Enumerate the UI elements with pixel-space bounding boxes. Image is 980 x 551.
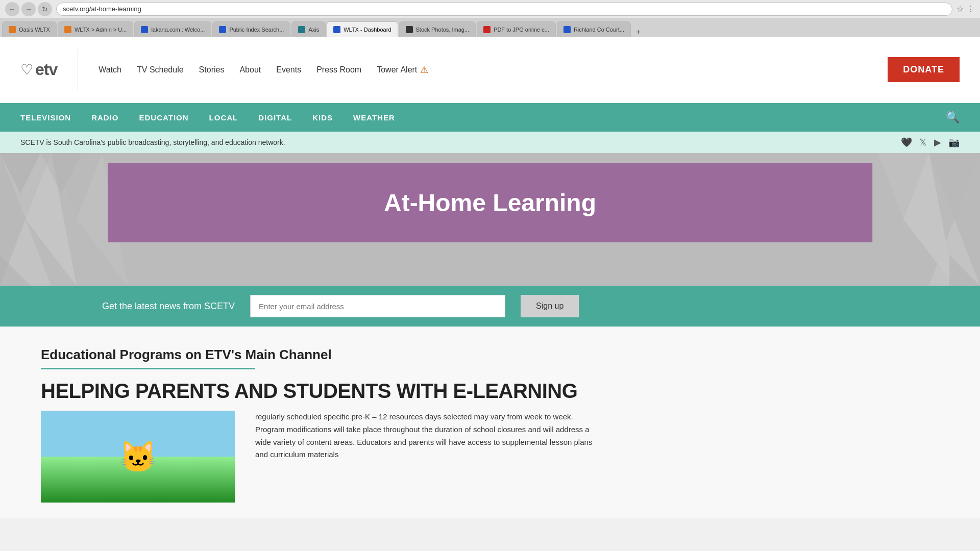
section-title: Educational Programs on ETV's Main Chann…: [41, 347, 939, 363]
tab-label: WLTX - Dashboard: [344, 27, 391, 33]
back-button[interactable]: ←: [5, 2, 19, 16]
tabs-bar: Oasis WLTX WLTX > Admin > U... lakana.co…: [0, 18, 980, 37]
tab-axis[interactable]: Axis: [291, 21, 326, 37]
secondary-nav: TELEVISION RADIO EDUCATION LOCAL DIGITAL…: [0, 103, 980, 132]
hero-section: At-Home Learning: [0, 153, 980, 286]
tab-oasis[interactable]: Oasis WLTX: [2, 21, 57, 37]
info-bar-text: SCETV is South Carolina's public broadca…: [20, 138, 901, 146]
nav-watch[interactable]: Watch: [99, 65, 121, 74]
info-bar: SCETV is South Carolina's public broadca…: [0, 132, 980, 153]
search-icon[interactable]: 🔍: [946, 111, 960, 124]
logo-heart-icon: ♡: [20, 61, 33, 78]
top-nav: ♡ etv Watch TV Schedule Stories About Ev…: [0, 37, 980, 103]
tab-favicon: [64, 26, 71, 33]
instagram-icon[interactable]: 📷: [948, 137, 960, 148]
tab-pdf-jpg[interactable]: PDF to JPG online c...: [477, 21, 556, 37]
tab-label: lakana.com : Welco...: [151, 27, 205, 33]
newsletter-section: Get the latest news from SCETV Sign up: [0, 286, 980, 327]
nav-education[interactable]: EDUCATION: [139, 113, 189, 122]
tab-label: Richland Co Court...: [574, 27, 624, 33]
signup-button[interactable]: Sign up: [521, 295, 579, 317]
nav-stories[interactable]: Stories: [199, 65, 225, 74]
menu-icon[interactable]: ⋮: [967, 4, 975, 14]
nav-about[interactable]: About: [239, 65, 261, 74]
newsletter-label: Get the latest news from SCETV: [102, 301, 235, 312]
tab-favicon: [564, 26, 571, 33]
tower-alert-text: Tower Alert: [377, 65, 417, 74]
donate-button[interactable]: DONATE: [888, 57, 960, 82]
tab-stock-photos[interactable]: Stock Photos, Imag...: [399, 21, 476, 37]
tab-label: Axis: [308, 27, 319, 33]
tab-richland[interactable]: Richland Co Court...: [557, 21, 631, 37]
tab-favicon: [483, 26, 491, 33]
address-text: scetv.org/at-home-learning: [63, 5, 141, 13]
logo-text[interactable]: etv: [35, 60, 57, 79]
tab-label: Stock Photos, Imag...: [416, 27, 470, 33]
address-bar[interactable]: scetv.org/at-home-learning: [56, 3, 952, 16]
tab-favicon: [298, 26, 305, 33]
tab-label: Oasis WLTX: [19, 27, 50, 33]
content-headline: HELPING PARENTS AND STUDENTS WITH E-LEAR…: [41, 380, 939, 403]
twitter-icon[interactable]: 𝕏: [919, 137, 927, 148]
bookmark-icon[interactable]: ☆: [957, 4, 964, 14]
content-body-row: 🐱 regularly scheduled specific pre-K – 1…: [41, 411, 939, 503]
section-divider: [41, 368, 255, 369]
nav-weather[interactable]: WEATHER: [353, 113, 395, 122]
content-image: 🐱: [41, 411, 235, 503]
youtube-icon[interactable]: ▶: [934, 137, 941, 148]
browser-bar: ← → ↻ scetv.org/at-home-learning ☆ ⋮: [0, 0, 980, 18]
nav-kids[interactable]: KIDS: [312, 113, 333, 122]
nav-television[interactable]: TELEVISION: [20, 113, 71, 122]
tab-favicon: [219, 26, 226, 33]
tab-favicon: [9, 26, 16, 33]
content-image-placeholder: 🐱: [41, 411, 235, 503]
content-text-right: regularly scheduled specific pre-K – 12 …: [255, 411, 602, 461]
nav-tv-schedule[interactable]: TV Schedule: [137, 65, 184, 74]
tab-label: PDF to JPG online c...: [494, 27, 549, 33]
logo-area: ♡ etv: [20, 49, 78, 90]
tab-wltx-dashboard[interactable]: WLTX - Dashboard: [327, 21, 398, 37]
social-icons: 🖤 𝕏 ▶ 📷: [901, 137, 960, 148]
alert-warning-icon: ⚠: [420, 64, 428, 76]
tab-favicon: [141, 26, 148, 33]
browser-action-buttons: ☆ ⋮: [957, 4, 975, 14]
facebook-icon[interactable]: 🖤: [901, 137, 912, 148]
tab-lakana[interactable]: lakana.com : Welco...: [134, 21, 211, 37]
nav-local[interactable]: LOCAL: [209, 113, 238, 122]
browser-nav-buttons: ← → ↻: [5, 2, 52, 16]
tower-alert-link[interactable]: Tower Alert ⚠: [377, 64, 428, 76]
reload-button[interactable]: ↻: [38, 2, 52, 16]
tab-label: WLTX > Admin > U...: [75, 27, 127, 33]
tab-favicon: [333, 26, 340, 33]
tab-favicon: [406, 26, 413, 33]
tab-wltx-admin[interactable]: WLTX > Admin > U...: [58, 21, 134, 37]
nav-events[interactable]: Events: [276, 65, 301, 74]
email-input[interactable]: [250, 295, 505, 317]
forward-button[interactable]: →: [21, 2, 36, 16]
nav-digital[interactable]: DIGITAL: [258, 113, 292, 122]
content-area: Educational Programs on ETV's Main Chann…: [0, 327, 980, 518]
website-content: ♡ etv Watch TV Schedule Stories About Ev…: [0, 37, 980, 518]
nav-radio[interactable]: RADIO: [91, 113, 118, 122]
nav-press-room[interactable]: Press Room: [316, 65, 361, 74]
main-nav: Watch TV Schedule Stories About Events P…: [99, 64, 877, 76]
hero-banner: At-Home Learning: [108, 163, 872, 242]
new-tab-button[interactable]: +: [632, 28, 645, 37]
tab-label: Public Index Search...: [229, 27, 284, 33]
hero-title: At-Home Learning: [384, 189, 596, 217]
tab-public-index[interactable]: Public Index Search...: [212, 21, 290, 37]
